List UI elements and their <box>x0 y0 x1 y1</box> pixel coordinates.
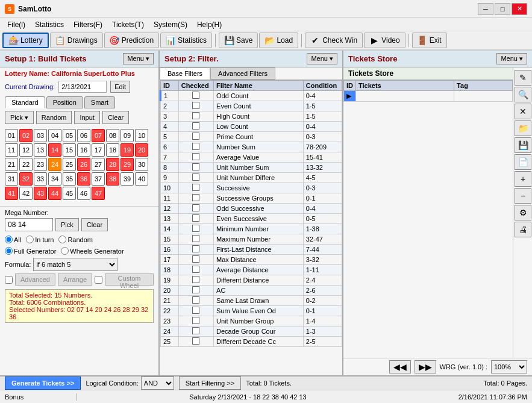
clear-button[interactable]: Clear <box>102 111 129 124</box>
ball-17[interactable]: 17 <box>92 143 105 157</box>
ball-16[interactable]: 16 <box>77 143 90 157</box>
ball-43[interactable]: 43 <box>34 187 47 200</box>
ball-32[interactable]: 32 <box>19 172 33 186</box>
ball-25[interactable]: 25 <box>63 158 76 171</box>
filter-checkbox-cell[interactable] <box>178 326 213 337</box>
filter-checkbox-cell[interactable] <box>178 265 213 275</box>
menu-help[interactable]: Help(H) <box>192 19 227 30</box>
ball-40[interactable]: 40 <box>135 172 148 186</box>
filter-checkbox[interactable] <box>192 112 199 119</box>
filter-table-row[interactable]: 11 Successive Groups 0-1 <box>161 193 342 204</box>
filter-checkbox-cell[interactable] <box>178 245 213 255</box>
toolbar-lottery[interactable]: 🎰 Lottery <box>2 33 49 48</box>
filter-checkbox[interactable] <box>192 92 199 99</box>
ball-08[interactable]: 08 <box>106 129 119 142</box>
logical-select[interactable]: AND OR <box>141 376 174 390</box>
start-filtering-button[interactable]: Start Filtering >> <box>179 376 241 390</box>
filter-checkbox-cell[interactable] <box>178 193 213 204</box>
ball-35[interactable]: 35 <box>63 172 76 186</box>
filter-checkbox-cell[interactable] <box>178 101 213 111</box>
pick-button[interactable]: Pick ▾ <box>5 111 34 124</box>
filter-checkbox[interactable] <box>192 163 199 170</box>
ball-04[interactable]: 04 <box>48 129 61 142</box>
ball-41[interactable]: 41 <box>5 187 18 200</box>
filter-checkbox-cell[interactable] <box>178 132 213 142</box>
mega-clear-button[interactable]: Clear <box>81 218 108 231</box>
filter-checkbox[interactable] <box>192 245 199 252</box>
advanced-button[interactable]: Advanced <box>15 273 55 286</box>
filter-checkbox[interactable] <box>192 276 199 283</box>
formula-select[interactable]: if 6 match 5 if 6 match 4 if 7 match 5 <box>33 258 117 271</box>
side-btn-settings[interactable]: ⚙ <box>515 205 531 220</box>
middle-panel-menu-button[interactable]: Menu ▾ <box>307 53 337 64</box>
ball-28[interactable]: 28 <box>106 158 119 171</box>
input-button[interactable]: Input <box>74 111 99 124</box>
radio-in-turn[interactable]: In turn <box>26 236 54 243</box>
ball-38[interactable]: 38 <box>106 172 119 186</box>
filter-table-row[interactable]: 16 First-Last Distance 7-44 <box>161 245 342 255</box>
wrg-prev-button[interactable]: ◀◀ <box>389 360 411 373</box>
ball-19[interactable]: 19 <box>120 143 134 157</box>
filter-checkbox[interactable] <box>192 194 199 201</box>
close-button[interactable]: ✕ <box>512 3 527 15</box>
filter-checkbox[interactable] <box>192 133 199 140</box>
mega-pick-button[interactable]: Pick <box>55 218 79 231</box>
filter-table-row[interactable]: 8 Unit Number Sum 13-32 <box>161 163 342 173</box>
random-button[interactable]: Random <box>36 111 72 124</box>
filter-checkbox-cell[interactable] <box>178 91 213 101</box>
filter-table-row[interactable]: 10 Successive 0-3 <box>161 183 342 193</box>
ball-07[interactable]: 07 <box>92 129 105 142</box>
filter-checkbox-cell[interactable] <box>178 224 213 234</box>
filter-table-row[interactable]: 7 Average Value 15-41 <box>161 152 342 163</box>
ball-02[interactable]: 02 <box>19 129 33 142</box>
filter-checkbox-cell[interactable] <box>178 296 213 306</box>
toolbar-load[interactable]: 📂 Load <box>259 33 298 48</box>
side-btn-doc[interactable]: 📄 <box>515 154 531 170</box>
filter-checkbox[interactable] <box>192 286 199 293</box>
toolbar-drawings[interactable]: 📋 Drawings <box>50 33 103 48</box>
ball-13[interactable]: 13 <box>34 143 47 157</box>
wrg-zoom-select[interactable]: 100% 75% 125% <box>491 360 527 373</box>
toolbar-save[interactable]: 💾 Save <box>219 33 258 48</box>
toolbar-checkwin[interactable]: ✔ Check Win <box>305 33 363 48</box>
ball-36[interactable]: 36 <box>77 172 90 186</box>
menu-tickets[interactable]: Tickets(T) <box>107 19 149 30</box>
filter-checkbox[interactable] <box>192 255 199 263</box>
side-btn-folder[interactable]: 📁 <box>515 120 531 136</box>
filter-table-row[interactable]: 13 Even Successive 0-5 <box>161 214 342 224</box>
radio-all[interactable]: All <box>5 236 21 243</box>
ball-39[interactable]: 39 <box>120 172 134 186</box>
side-btn-add[interactable]: + <box>515 171 531 187</box>
menu-file[interactable]: File(l) <box>2 19 30 30</box>
filter-checkbox-cell[interactable] <box>178 163 213 173</box>
filter-checkbox-cell[interactable] <box>178 306 213 316</box>
ball-34[interactable]: 34 <box>48 172 61 186</box>
ball-20[interactable]: 20 <box>135 143 148 157</box>
filter-checkbox-cell[interactable] <box>178 316 213 326</box>
edit-button[interactable]: Edit <box>110 81 130 93</box>
filter-checkbox[interactable] <box>192 184 199 191</box>
right-panel-menu-button[interactable]: Menu ▾ <box>496 53 527 64</box>
filter-table-row[interactable]: 19 Different Distance 2-4 <box>161 275 342 286</box>
filter-table-row[interactable]: 14 Minimum Number 1-38 <box>161 224 342 234</box>
arrange-button[interactable]: Arrange <box>58 273 92 286</box>
toolbar-exit[interactable]: 🚪 Exit <box>412 33 447 48</box>
generate-tickets-button[interactable]: Generate Tickets >> <box>5 376 81 390</box>
menu-system[interactable]: System(S) <box>149 19 192 30</box>
menu-filters[interactable]: Filters(F) <box>69 19 107 30</box>
radio-wheels-generator[interactable]: Wheels Generator <box>61 247 124 255</box>
filter-checkbox-cell[interactable] <box>178 122 213 132</box>
filter-table-row[interactable]: 17 Max Distance 3-32 <box>161 255 342 265</box>
filter-checkbox[interactable] <box>192 214 199 222</box>
ball-11[interactable]: 11 <box>5 143 18 157</box>
ball-06[interactable]: 06 <box>77 129 90 142</box>
ball-30[interactable]: 30 <box>135 158 148 171</box>
ball-09[interactable]: 09 <box>120 129 134 142</box>
filter-table-row[interactable]: 1 Odd Count 0-4 <box>161 91 342 101</box>
toolbar-video[interactable]: ▶ Video <box>364 33 405 48</box>
side-btn-search[interactable]: 🔍 <box>515 87 531 102</box>
ball-23[interactable]: 23 <box>34 158 47 171</box>
filter-checkbox[interactable] <box>192 307 199 314</box>
ball-24[interactable]: 24 <box>48 158 61 171</box>
filter-table-row[interactable]: 18 Average Distance 1-11 <box>161 265 342 275</box>
